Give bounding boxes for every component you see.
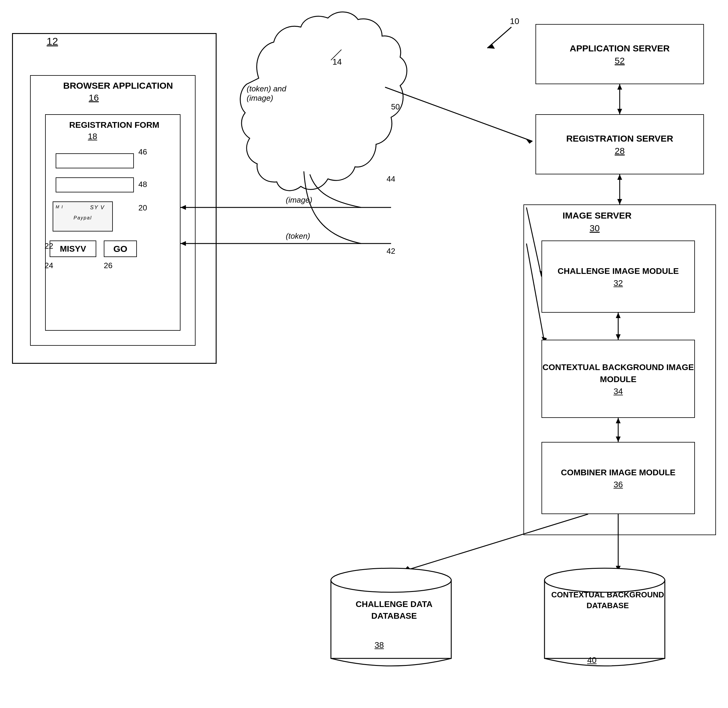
ref-48: 48 (138, 180, 147, 189)
image-label: (image) (286, 196, 312, 205)
ref-10: 10 (510, 16, 519, 26)
captcha-input[interactable]: MISYV (49, 241, 96, 257)
contextual-db-svg (539, 562, 671, 676)
svg-marker-1 (487, 44, 495, 49)
go-button-label: GO (113, 244, 128, 254)
combiner-module-box: COMBINER IMAGE MODULE 36 (542, 442, 695, 514)
ref-22: 22 (45, 241, 53, 251)
ref-40: 40 (587, 656, 597, 665)
reg-server-box: REGISTRATION SERVER 28 (535, 114, 704, 174)
combiner-module-label: COMBINER IMAGE MODULE (561, 467, 675, 478)
captcha-image: M I SY V Paypal (53, 202, 113, 232)
ref-46: 46 (138, 147, 147, 157)
challenge-db-label: CHALLENGE DATA DATABASE (337, 598, 451, 622)
contextual-bg-module-box: CONTEXTUAL BACKGROUND IMAGE MODULE 34 (542, 340, 695, 418)
ref-30: 30 (590, 223, 600, 233)
challenge-image-module-box: CHALLENGE IMAGE MODULE 32 (542, 241, 695, 313)
ref-36: 36 (613, 480, 623, 489)
browser-app-label: BROWSER APPLICATION (63, 81, 173, 91)
input-field-2[interactable] (56, 177, 134, 192)
token-and-image-label: (token) and(image) (247, 84, 286, 103)
captcha-sublabel: Paypal (74, 215, 92, 221)
ref-16: 16 (89, 93, 99, 103)
reg-form-label: REGISTRATION FORM (69, 120, 160, 130)
go-button[interactable]: GO (104, 241, 137, 257)
app-server-label: APPLICATION SERVER (570, 42, 670, 54)
ref-26: 26 (104, 261, 112, 270)
contextual-db-label: CONTEXTUAL BACKGROUND DATABASE (548, 589, 668, 611)
svg-marker-26 (617, 84, 622, 90)
ref-14: 14 (333, 57, 342, 67)
svg-point-31 (331, 568, 451, 592)
ref-52: 52 (615, 56, 625, 66)
ref-34: 34 (613, 387, 623, 396)
captcha-input-value: MISYV (60, 244, 86, 254)
challenge-image-module-label: CHALLENGE IMAGE MODULE (558, 265, 679, 277)
ref-18: 18 (88, 132, 97, 141)
ref-24: 24 (45, 261, 53, 270)
svg-point-33 (545, 568, 665, 592)
svg-marker-28 (617, 199, 622, 205)
ref-28: 28 (615, 146, 625, 156)
svg-line-3 (385, 87, 532, 141)
reg-server-label: REGISTRATION SERVER (566, 133, 673, 144)
ref-32: 32 (613, 279, 623, 288)
svg-marker-29 (617, 174, 622, 180)
svg-line-0 (487, 27, 511, 48)
diagram: 10 12 BROWSER APPLICATION 16 REGISTRATIO… (0, 0, 728, 708)
input-field-1[interactable] (56, 153, 134, 168)
app-server-box: APPLICATION SERVER 52 (535, 24, 704, 84)
ref-20: 20 (138, 203, 147, 213)
svg-marker-25 (617, 109, 622, 114)
svg-marker-4 (526, 139, 532, 144)
token-label: (token) (286, 232, 310, 241)
ref-12: 12 (46, 35, 58, 47)
contextual-bg-module-label: CONTEXTUAL BACKGROUND IMAGE MODULE (542, 361, 694, 385)
ref-38: 38 (375, 640, 384, 650)
ref-50: 50 (391, 102, 400, 112)
image-server-label: IMAGE SERVER (562, 210, 632, 221)
ref-44: 44 (387, 174, 395, 184)
ref-42: 42 (387, 247, 395, 256)
